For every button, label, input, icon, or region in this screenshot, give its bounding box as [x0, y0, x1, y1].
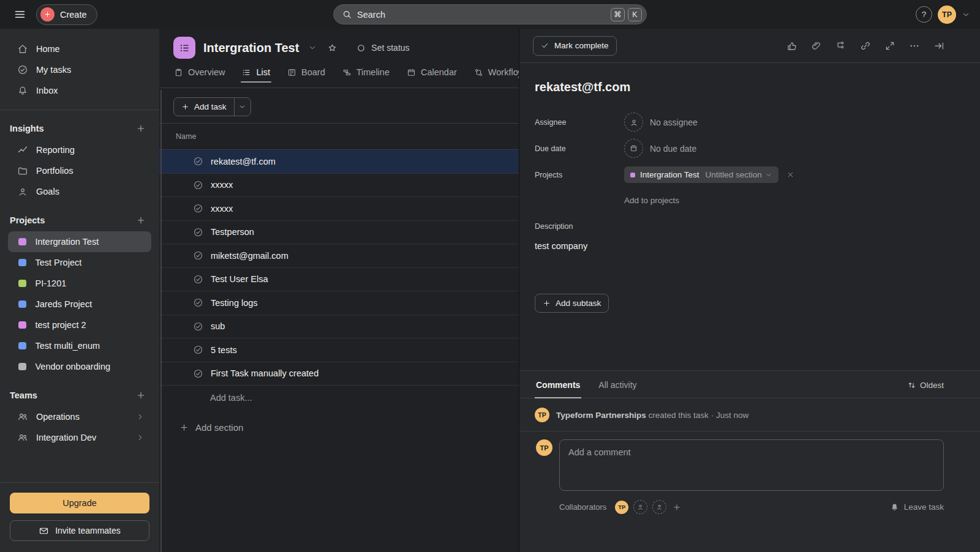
- project-title-caret[interactable]: [307, 42, 318, 53]
- complete-task-icon[interactable]: [193, 297, 203, 308]
- task-title[interactable]: rekatest@tf.com: [535, 80, 965, 94]
- sidebar-item-home[interactable]: Home: [0, 39, 159, 59]
- tab-comments[interactable]: Comments: [535, 380, 581, 398]
- chevron-right-icon[interactable]: [136, 412, 145, 421]
- activity-user[interactable]: Typeform Partnerships: [556, 411, 646, 420]
- task-row[interactable]: 5 tests: [159, 338, 519, 362]
- description-label: Description: [535, 222, 965, 231]
- subtask-icon[interactable]: [835, 40, 846, 51]
- plus-icon: [673, 503, 681, 512]
- name-column-header[interactable]: Name: [159, 124, 519, 150]
- more-tabs-partial-icon[interactable]: [514, 70, 519, 80]
- complete-task-icon[interactable]: [193, 227, 203, 237]
- like-icon[interactable]: [786, 40, 797, 51]
- project-label: test project 2: [36, 320, 86, 330]
- sort-order-button[interactable]: Oldest: [907, 381, 944, 398]
- project-chip[interactable]: Intergration Test Untitled section: [624, 166, 778, 183]
- collaborator-placeholder[interactable]: [652, 500, 666, 514]
- complete-task-icon[interactable]: [193, 156, 203, 166]
- sidebar-item-my-tasks[interactable]: My tasks: [0, 59, 159, 80]
- task-row[interactable]: miketst@gmail.com: [159, 244, 519, 268]
- set-status-button[interactable]: Set status: [356, 43, 409, 53]
- assignee-value[interactable]: No assignee: [650, 117, 698, 127]
- expand-icon[interactable]: [884, 40, 895, 51]
- upgrade-button[interactable]: Upgrade: [10, 493, 149, 513]
- tab-all-activity[interactable]: All activity: [597, 380, 638, 398]
- link-icon[interactable]: [860, 40, 871, 51]
- task-row[interactable]: xxxxx: [159, 174, 519, 198]
- user-avatar[interactable]: TP: [938, 6, 956, 24]
- add-task-button[interactable]: Add task: [174, 98, 234, 116]
- sidebar-project-item[interactable]: Vendor onboarding: [8, 356, 151, 377]
- description-text[interactable]: test company: [535, 241, 965, 284]
- add-section-button[interactable]: Add section: [179, 422, 243, 433]
- task-row[interactable]: First Task manually created: [159, 362, 519, 386]
- tab-timeline[interactable]: Timeline: [342, 67, 390, 84]
- more-options-icon[interactable]: [909, 40, 920, 51]
- task-row[interactable]: Test User Elsa: [159, 268, 519, 292]
- complete-task-icon[interactable]: [193, 180, 203, 190]
- task-row[interactable]: Testperson: [159, 221, 519, 245]
- comment-input[interactable]: [559, 439, 944, 491]
- sidebar-project-item[interactable]: test project 2: [8, 315, 151, 335]
- tab-overview[interactable]: Overview: [173, 67, 225, 84]
- collapse-pane-icon[interactable]: [933, 40, 944, 51]
- add-to-projects-button[interactable]: Add to projects: [624, 196, 679, 205]
- remove-project-icon[interactable]: [785, 170, 796, 180]
- complete-task-icon[interactable]: [193, 368, 203, 379]
- tab-board[interactable]: Board: [287, 67, 326, 84]
- sidebar-team-integration-dev[interactable]: Integration Dev: [0, 427, 159, 448]
- add-project-button[interactable]: [135, 214, 147, 226]
- complete-task-icon[interactable]: [193, 345, 203, 355]
- sidebar-project-item[interactable]: Test Project: [8, 252, 151, 273]
- invite-teammates-button[interactable]: Invite teammates: [10, 520, 149, 541]
- due-date-placeholder[interactable]: [624, 139, 643, 158]
- sidebar-project-item[interactable]: Jareds Project: [8, 294, 151, 315]
- task-row[interactable]: sub: [159, 315, 519, 339]
- collaborator-placeholder[interactable]: [633, 500, 647, 514]
- create-button[interactable]: Create: [36, 4, 97, 25]
- due-date-value[interactable]: No due date: [650, 144, 696, 154]
- person-icon: [629, 117, 639, 127]
- sidebar-item-goals[interactable]: Goals: [0, 181, 159, 202]
- sidebar-item-inbox[interactable]: Inbox: [0, 80, 159, 101]
- mark-complete-button[interactable]: Mark complete: [533, 36, 617, 56]
- sidebar-item-reporting[interactable]: Reporting: [0, 140, 159, 160]
- search-input[interactable]: Search ⌘ K: [333, 4, 647, 24]
- task-row[interactable]: rekatest@tf.com: [159, 150, 519, 174]
- task-row[interactable]: xxxxx: [159, 197, 519, 221]
- task-row[interactable]: Testing logs: [159, 291, 519, 315]
- leave-task-button[interactable]: Leave task: [890, 502, 944, 512]
- sidebar-bottom: Upgrade Invite teammates: [0, 482, 159, 552]
- attachment-icon[interactable]: [811, 40, 822, 51]
- add-subtask-button[interactable]: Add subtask: [535, 294, 609, 313]
- add-team-button[interactable]: [135, 389, 147, 401]
- help-button[interactable]: ?: [916, 6, 932, 23]
- sidebar-project-item[interactable]: Test multi_enum: [8, 335, 151, 356]
- projects-section: Projects Intergration Test Test Project: [0, 202, 159, 377]
- hamburger-menu-icon[interactable]: [11, 6, 29, 23]
- sidebar-project-item[interactable]: Intergration Test: [8, 231, 151, 252]
- add-insight-button[interactable]: [135, 122, 147, 135]
- add-collaborator-button[interactable]: [671, 502, 682, 513]
- sidebar-project-item[interactable]: PI-1201: [8, 273, 151, 294]
- assignee-field: Assignee No assignee: [535, 109, 965, 135]
- tab-list[interactable]: List: [241, 67, 271, 84]
- complete-task-icon[interactable]: [193, 250, 203, 261]
- sidebar-team-operations[interactable]: Operations: [0, 406, 159, 427]
- assignee-avatar-placeholder[interactable]: [624, 113, 643, 132]
- chevron-right-icon[interactable]: [136, 433, 145, 442]
- complete-task-icon[interactable]: [193, 203, 203, 214]
- section-dropdown[interactable]: Untitled section: [706, 170, 772, 179]
- chevron-down-icon[interactable]: [962, 10, 970, 19]
- sidebar-item-portfolios[interactable]: Portfolios: [0, 160, 159, 181]
- add-task-dropdown-button[interactable]: [234, 98, 251, 116]
- collaborator-avatar[interactable]: TP: [615, 501, 628, 514]
- tab-calendar[interactable]: Calendar: [406, 67, 458, 84]
- tab-workflow[interactable]: Workflow: [473, 67, 519, 84]
- project-label: Test Project: [36, 258, 82, 267]
- complete-task-icon[interactable]: [193, 321, 203, 332]
- complete-task-icon[interactable]: [193, 274, 203, 285]
- add-task-inline[interactable]: Add task...: [159, 386, 519, 410]
- favorite-star-icon[interactable]: [326, 42, 339, 54]
